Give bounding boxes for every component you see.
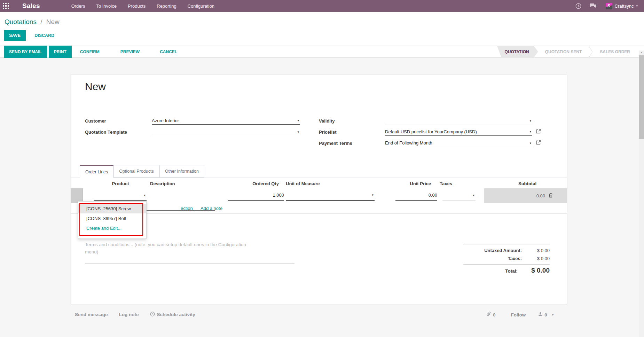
unit-price-input[interactable]: 0.00 [395, 190, 437, 201]
caret-down-icon: ▾ [297, 130, 300, 134]
confirm-button[interactable]: CONFIRM [76, 49, 104, 54]
follow-button[interactable]: Follow [511, 312, 526, 318]
menu-to-invoice[interactable]: To Invoice [96, 3, 117, 9]
form-sheet: New Customer Azure Interior ▾ Quotation … [71, 74, 567, 304]
log-note-button[interactable]: Log note [119, 312, 139, 317]
attachments-button[interactable]: 0 [487, 312, 496, 318]
customer-value: Azure Interior [152, 118, 179, 123]
person-icon [538, 312, 543, 318]
chatter-actions: Send message Log note Schedule activity [75, 312, 195, 318]
user-menu[interactable]: S Craftsync ▾ [606, 3, 638, 9]
schedule-clock-icon [150, 312, 155, 318]
customer-field[interactable]: Azure Interior ▾ [152, 117, 300, 125]
terms-textarea-placeholder[interactable]: Terms and conditions... (note: you can s… [85, 241, 252, 256]
discard-button[interactable]: DISCARD [30, 31, 59, 40]
attachment-count: 0 [493, 312, 496, 318]
stage-quotation-sent[interactable]: QUOTATION SENT [538, 49, 589, 54]
caret-down-icon: ▾ [529, 130, 532, 133]
product-dropdown: [CONS_25630] Screw [CONS_89957] Bolt Cre… [78, 201, 147, 239]
apps-grid-icon[interactable] [0, 0, 12, 12]
untaxed-amount-label: Untaxed Amount: [484, 248, 522, 253]
stage-sales-order[interactable]: SALES ORDER [593, 49, 637, 54]
scrollbar-thumb[interactable] [639, 55, 644, 139]
grid-icon [3, 3, 9, 9]
add-section-link-partial[interactable]: ection [181, 206, 193, 211]
taxes-input[interactable]: ▾ [442, 190, 476, 201]
caret-down-icon: ▾ [529, 119, 532, 123]
activities-clock-icon[interactable] [575, 3, 581, 9]
tab-order-lines[interactable]: Order Lines [80, 165, 113, 178]
payment-terms-value: End of Following Month [385, 140, 432, 146]
tab-other-information[interactable]: Other Information [159, 165, 204, 178]
terms-underline [85, 264, 294, 264]
col-description: Description [150, 181, 175, 186]
taxes-label: Taxes: [508, 256, 522, 261]
product-input[interactable]: ▾ [94, 190, 147, 201]
preview-button[interactable]: PREVIEW [116, 49, 144, 54]
dropdown-option-screw[interactable]: [CONS_25630] Screw [78, 204, 146, 213]
quotation-template-label: Quotation Template [85, 130, 127, 135]
breadcrumb-quotations-link[interactable]: Quotations [5, 18, 37, 25]
pricelist-field[interactable]: Default USD pricelist for YourCompany (U… [385, 128, 532, 136]
menu-configuration[interactable]: Configuration [188, 3, 214, 9]
sales-quotation-screen: Sales Orders To Invoice Products Reporti… [0, 0, 644, 337]
dropdown-option-bolt[interactable]: [CONS_89957] Bolt [78, 213, 146, 223]
caret-down-icon: ▾ [297, 119, 300, 122]
breadcrumb: Quotations / New [5, 18, 60, 26]
totals-panel: Untaxed Amount: $ 0.00 Taxes: $ 0.00 Tot… [463, 244, 550, 276]
followers-button[interactable]: 0 [538, 312, 547, 318]
dropdown-create-and-edit[interactable]: Create and Edit... [78, 223, 146, 233]
stage-quotation[interactable]: QUOTATION [497, 46, 538, 58]
caret-down-icon: ▾ [144, 194, 147, 197]
print-button[interactable]: PRINT [49, 46, 72, 58]
subtotal-readonly-cell: 0.00 [484, 188, 567, 203]
col-ordered-qty: Ordered Qty [228, 181, 279, 186]
scrollbar[interactable]: ▲ [639, 50, 644, 337]
caret-down-icon: ▾ [529, 141, 532, 145]
user-name: Craftsync [615, 3, 634, 9]
send-by-email-button[interactable]: SEND BY EMAIL [4, 46, 47, 58]
pricelist-label: Pricelist [319, 130, 337, 135]
follower-count: 0 [544, 312, 547, 318]
add-note-link[interactable]: Add a note [201, 206, 222, 211]
pricelist-external-link-icon[interactable] [536, 129, 541, 135]
stage-chevron-icon [589, 46, 593, 58]
menu-reporting[interactable]: Reporting [157, 3, 176, 9]
send-message-label: Send message [75, 312, 108, 317]
send-message-button[interactable]: Send message [75, 312, 108, 317]
ordered-qty-input[interactable]: 1.000 [228, 190, 284, 201]
control-buttons: SAVE DISCARD [4, 30, 59, 41]
menu-orders[interactable]: Orders [71, 3, 85, 9]
topbar-right: S Craftsync ▾ [567, 3, 638, 9]
breadcrumb-separator: / [40, 18, 42, 25]
untaxed-amount-value: $ 0.00 [522, 248, 550, 253]
notebook-tabs: Order Lines Optional Products Other Info… [71, 165, 567, 178]
col-unit-of-measure: Unit of Measure [286, 181, 320, 186]
status-bar: SEND BY EMAIL PRINT CONFIRM PREVIEW CANC… [0, 46, 644, 58]
control-panel: Quotations / New SAVE DISCARD [0, 12, 644, 46]
validity-label: Validity [319, 118, 335, 124]
scroll-up-arrow-icon[interactable]: ▲ [639, 51, 644, 54]
messages-chat-icon[interactable] [590, 3, 597, 9]
validity-field[interactable]: ▾ [385, 117, 532, 125]
chevron-down-icon: ▾ [636, 4, 638, 8]
subtotal-value: 0.00 [536, 193, 545, 198]
chatter-followers: 0 Follow 0 ▾ [487, 312, 553, 318]
pricelist-value: Default USD pricelist for YourCompany (U… [385, 129, 477, 134]
schedule-activity-label: Schedule activity [157, 312, 195, 317]
unit-of-measure-input[interactable]: ▾ [286, 190, 375, 201]
ordered-qty-value: 1.000 [273, 193, 284, 198]
cancel-button[interactable]: CANCEL [156, 49, 181, 54]
tab-optional-products[interactable]: Optional Products [113, 165, 159, 178]
taxes-value: $ 0.00 [522, 256, 550, 261]
payment-terms-external-link-icon[interactable] [536, 140, 541, 146]
col-unit-price: Unit Price [389, 181, 431, 186]
delete-row-trash-icon[interactable] [549, 193, 553, 199]
quotation-template-field[interactable]: ▾ [152, 128, 300, 136]
followers-dropdown-caret-icon[interactable]: ▾ [552, 313, 554, 316]
payment-terms-field[interactable]: End of Following Month ▾ [385, 139, 532, 147]
record-title: New [85, 81, 106, 93]
schedule-activity-button[interactable]: Schedule activity [150, 312, 195, 318]
save-button[interactable]: SAVE [4, 30, 26, 41]
menu-products[interactable]: Products [128, 3, 146, 9]
